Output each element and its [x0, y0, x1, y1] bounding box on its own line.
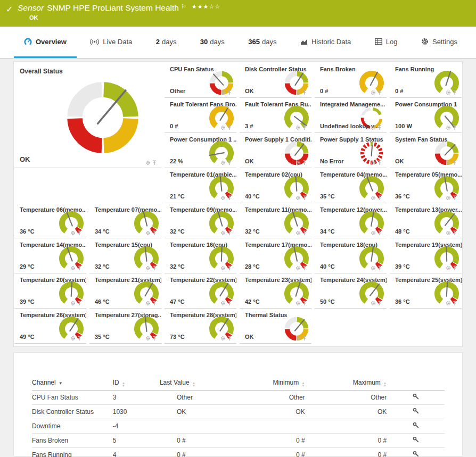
channel-settings-icon[interactable]	[413, 451, 419, 457]
gauge-tile-t13[interactable]: Temperature 13(power...48 °C	[390, 203, 462, 238]
gear-icon[interactable]	[220, 230, 226, 236]
gear-icon[interactable]	[446, 265, 451, 271]
pin-icon[interactable]	[152, 301, 157, 306]
pin-icon[interactable]	[453, 90, 457, 95]
pin-icon[interactable]	[77, 336, 81, 341]
gauge-tile-power_pct[interactable]: Power Consumption 1 ...22 %	[165, 133, 236, 168]
table-row[interactable]: Disk Controller Status1030OKOKOK	[32, 404, 445, 419]
gauge-tile-t05[interactable]: Temperature 05(memo...36 °C	[390, 168, 462, 203]
gear-icon[interactable]	[296, 230, 301, 236]
gear-icon[interactable]	[70, 301, 76, 306]
gauge-tile-ilo[interactable]: Integrated Manageme...Undefined lookup v…	[315, 98, 387, 133]
pin-icon[interactable]	[453, 160, 457, 165]
gauge-tile-t16[interactable]: Temperature 16(cpu)32 °C	[165, 238, 236, 273]
gear-icon[interactable]	[296, 90, 301, 95]
gauge-tile-disk[interactable]: Disk Controller StatusOK	[240, 63, 311, 98]
cell-channel[interactable]: Fans Broken	[32, 433, 113, 447]
gear-icon[interactable]	[70, 336, 76, 341]
gauge-tile-t01[interactable]: Temperature 01(ambie...21 °C	[165, 168, 236, 203]
gear-icon[interactable]	[296, 160, 301, 165]
pin-icon[interactable]	[377, 125, 382, 130]
gear-icon[interactable]	[371, 90, 376, 95]
gauge-tile-t26[interactable]: Temperature 26(system)49 °C	[14, 309, 86, 344]
tab-365-days[interactable]: 365days	[238, 27, 286, 58]
col-header-id[interactable]: ID▲▼	[113, 376, 160, 390]
channel-settings-icon[interactable]	[413, 422, 419, 430]
gauge-tile-t24[interactable]: Temperature 24(system)50 °C	[315, 273, 387, 309]
gear-icon[interactable]	[145, 301, 151, 306]
gauge-tile-overall[interactable]: Overall StatusOK	[14, 63, 161, 168]
pin-icon[interactable]	[77, 265, 81, 271]
gear-icon[interactable]	[371, 195, 376, 201]
pin-icon[interactable]	[227, 301, 232, 306]
col-header-channel[interactable]: Channel▼	[32, 376, 113, 390]
gauge-tile-t15[interactable]: Temperature 15(cpu)32 °C	[89, 238, 161, 273]
gear-icon[interactable]	[220, 265, 226, 271]
gear-icon[interactable]	[296, 336, 301, 341]
gauge-tile-cpu_fan[interactable]: CPU Fan StatusOther	[165, 63, 236, 98]
col-header-last-value[interactable]: Last Value▲▼	[160, 376, 228, 390]
gauge-tile-t12[interactable]: Temperature 12(power...34 °C	[315, 203, 387, 238]
gear-icon[interactable]	[446, 160, 451, 165]
cell-channel[interactable]: Disk Controller Status	[32, 404, 113, 419]
gear-icon[interactable]	[145, 160, 151, 165]
gauge-tile-t27[interactable]: Temperature 27(storag...35 °C	[89, 309, 161, 344]
gear-icon[interactable]	[371, 160, 376, 165]
gauge-tile-t14[interactable]: Temperature 14(memo...29 °C	[14, 238, 86, 273]
gear-icon[interactable]	[220, 195, 226, 201]
gear-icon[interactable]	[371, 125, 376, 130]
pin-icon[interactable]	[77, 301, 81, 306]
pin-icon[interactable]	[302, 336, 307, 341]
gear-icon[interactable]	[446, 301, 451, 306]
tab-30-days[interactable]: 30days	[190, 27, 235, 58]
pin-icon[interactable]	[227, 90, 232, 95]
gauge-tile-ft_running[interactable]: Fault Tolerant Fans Ru...3 #	[240, 98, 311, 133]
gauge-tile-ft_broken[interactable]: Fault Tolerant Fans Bro...0 #	[165, 98, 236, 133]
gear-icon[interactable]	[371, 265, 376, 271]
gear-icon[interactable]	[220, 301, 226, 306]
pin-icon[interactable]	[152, 160, 157, 165]
pin-icon[interactable]	[453, 195, 457, 201]
gear-icon[interactable]	[371, 301, 376, 306]
pin-icon[interactable]	[302, 125, 307, 130]
flag-icon[interactable]: ⚐	[181, 3, 186, 10]
channel-settings-icon[interactable]	[413, 437, 419, 444]
gauge-tile-t04[interactable]: Temperature 04(memo...35 °C	[315, 168, 387, 203]
tab-overview[interactable]: Overview	[14, 27, 77, 58]
pin-icon[interactable]	[227, 265, 232, 271]
tab-log[interactable]: Log	[365, 27, 408, 58]
tab-live-data[interactable]: Live Data	[80, 27, 142, 58]
pin-icon[interactable]	[453, 265, 457, 271]
gauge-tile-thermal[interactable]: Thermal StatusOK	[240, 309, 311, 344]
gear-icon[interactable]	[446, 195, 451, 201]
gear-icon[interactable]	[296, 265, 301, 271]
gear-icon[interactable]	[446, 230, 451, 236]
gear-icon[interactable]	[70, 265, 76, 271]
gauge-tile-ps1_status[interactable]: Power Supply 1 StatusNo Error	[315, 133, 387, 168]
cell-channel[interactable]: Downtime	[32, 419, 113, 433]
tab-2-days[interactable]: 2days	[146, 27, 187, 58]
gauge-tile-t07[interactable]: Temperature 07(memo...34 °C	[89, 203, 161, 238]
gauge-tile-ps1_cond[interactable]: Power Supply 1 Conditi...OK	[240, 133, 311, 168]
gauge-tile-t11[interactable]: Temperature 11(memo...32 °C	[240, 203, 311, 238]
tab-historic-data[interactable]: Historic Data	[290, 27, 361, 58]
gauge-tile-t28[interactable]: Temperature 28(system)73 °C	[165, 309, 236, 344]
pin-icon[interactable]	[227, 230, 232, 236]
channel-settings-icon[interactable]	[413, 408, 419, 416]
gauge-tile-t23[interactable]: Temperature 23(system)42 °C	[240, 273, 311, 309]
table-row[interactable]: Fans Broken50 #0 #0 #	[32, 433, 445, 447]
gauge-tile-fans_broken[interactable]: Fans Broken0 #	[315, 63, 387, 98]
gear-icon[interactable]	[220, 90, 226, 95]
table-row[interactable]: CPU Fan Status3OtherOtherOther	[32, 390, 445, 404]
gear-icon[interactable]	[220, 125, 226, 130]
pin-icon[interactable]	[227, 160, 232, 165]
gauge-tile-t20[interactable]: Temperature 20(system)39 °C	[14, 273, 86, 309]
gear-icon[interactable]	[371, 230, 376, 236]
gauge-tile-t17[interactable]: Temperature 17(memo...28 °C	[240, 238, 311, 273]
pin-icon[interactable]	[453, 301, 457, 306]
gauge-tile-t21[interactable]: Temperature 21(system)46 °C	[89, 273, 161, 309]
pin-icon[interactable]	[152, 230, 157, 236]
gauge-tile-power_w[interactable]: Power Consumption 1100 W	[390, 98, 462, 133]
gear-icon[interactable]	[220, 160, 226, 165]
gear-icon[interactable]	[446, 90, 451, 95]
